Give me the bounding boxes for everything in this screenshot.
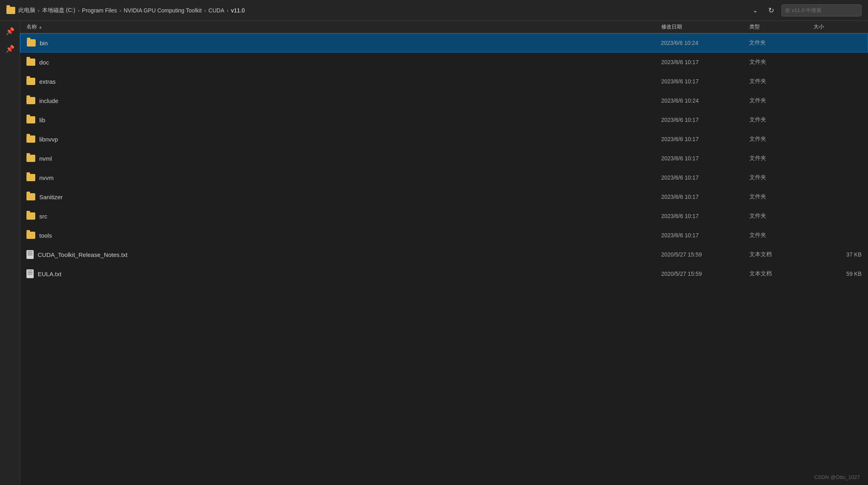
file-name: tools	[39, 232, 52, 239]
folder-icon	[26, 155, 35, 162]
folder-icon	[26, 59, 35, 66]
file-date: 2023/6/6 10:17	[661, 174, 749, 181]
file-name: doc	[39, 59, 49, 66]
folder-icon	[26, 116, 35, 123]
file-name-cell: doc	[26, 59, 661, 66]
address-bar-controls: ⌄ ↻	[749, 4, 862, 16]
file-doc-icon	[26, 269, 34, 278]
col-header-name[interactable]: 名称 ▲	[26, 23, 661, 30]
path-version[interactable]: v11.0	[231, 7, 244, 14]
table-row[interactable]: nvml 2023/6/6 10:17 文件夹	[20, 149, 868, 168]
file-size: 37 KB	[813, 251, 862, 258]
file-name-cell: EULA.txt	[26, 269, 661, 278]
file-type: 文件夹	[749, 59, 813, 66]
file-date: 2023/6/6 10:17	[661, 117, 749, 123]
file-date: 2023/6/6 10:17	[661, 59, 749, 65]
file-name: CUDA_Toolkit_Release_Notes.txt	[38, 251, 127, 258]
file-name: src	[39, 213, 47, 220]
file-name: bin	[40, 40, 48, 46]
file-date: 2023/6/6 10:24	[661, 97, 749, 104]
folder-icon	[26, 232, 35, 239]
file-date: 2023/6/6 10:17	[661, 194, 749, 200]
file-name-cell: src	[26, 212, 661, 220]
path-dropdown-button[interactable]: ⌄	[749, 5, 761, 16]
table-row[interactable]: CUDA_Toolkit_Release_Notes.txt 2020/5/27…	[20, 245, 868, 264]
folder-icon	[26, 193, 35, 200]
col-header-type[interactable]: 类型	[749, 23, 813, 30]
table-row[interactable]: tools 2023/6/6 10:17 文件夹	[20, 226, 868, 245]
table-row[interactable]: doc 2023/6/6 10:17 文件夹	[20, 53, 868, 72]
folder-icon	[26, 78, 35, 85]
file-name: Sanitizer	[39, 194, 63, 200]
file-date: 2020/5/27 15:59	[661, 271, 749, 277]
file-type: 文件夹	[749, 78, 813, 85]
file-name-cell: include	[26, 97, 661, 104]
path-local-disk[interactable]: 本地磁盘 (C:)	[42, 7, 75, 14]
folder-icon	[27, 39, 36, 46]
path-program-files[interactable]: Program Files	[82, 7, 117, 14]
folder-icon	[26, 174, 35, 181]
file-type: 文件夹	[749, 39, 813, 46]
table-row[interactable]: extras 2023/6/6 10:17 文件夹	[20, 72, 868, 91]
file-size: 59 KB	[813, 271, 862, 277]
table-row[interactable]: src 2023/6/6 10:17 文件夹	[20, 206, 868, 226]
file-rows: bin 2023/6/6 10:24 文件夹 doc 2023/6/6 10:1…	[20, 33, 868, 283]
file-date: 2023/6/6 10:24	[661, 40, 749, 46]
file-type: 文件夹	[749, 174, 813, 181]
file-name-cell: Sanitizer	[26, 193, 661, 200]
file-date: 2023/6/6 10:17	[661, 213, 749, 219]
column-headers: 名称 ▲ 修改日期 类型 大小	[20, 21, 868, 33]
col-header-date[interactable]: 修改日期	[661, 23, 749, 30]
folder-icon	[26, 135, 35, 143]
folder-icon	[26, 212, 35, 220]
file-list-container[interactable]: 名称 ▲ 修改日期 类型 大小 bin 2023/6/6 10:24	[20, 21, 868, 485]
file-name-cell: extras	[26, 78, 661, 85]
file-name: nvvm	[39, 174, 54, 181]
file-type: 文件夹	[749, 155, 813, 162]
sort-arrow-name: ▲	[38, 25, 42, 29]
file-name-cell: bin	[27, 39, 661, 46]
path-nvidia[interactable]: NVIDIA GPU Computing Toolkit	[123, 7, 202, 14]
file-date: 2023/6/6 10:17	[661, 155, 749, 162]
table-row[interactable]: bin 2023/6/6 10:24 文件夹	[20, 33, 868, 53]
file-type: 文件夹	[749, 97, 813, 104]
file-name-cell: libnvvp	[26, 135, 661, 143]
file-name-cell: nvml	[26, 155, 661, 162]
path-this-pc[interactable]: 此电脑	[18, 7, 35, 14]
file-doc-icon	[26, 250, 34, 259]
file-name: libnvvp	[39, 136, 58, 143]
table-row[interactable]: lib 2023/6/6 10:17 文件夹	[20, 110, 868, 129]
breadcrumb: 此电脑 › 本地磁盘 (C:) › Program Files › NVIDIA…	[18, 7, 746, 14]
folder-icon	[26, 97, 35, 104]
file-date: 2023/6/6 10:17	[661, 136, 749, 142]
file-name: lib	[39, 117, 45, 123]
refresh-button[interactable]: ↻	[765, 5, 777, 16]
file-type: 文件夹	[749, 135, 813, 143]
address-bar: 此电脑 › 本地磁盘 (C:) › Program Files › NVIDIA…	[0, 0, 868, 21]
sidebar-pin-2[interactable]: 📌	[3, 42, 17, 56]
file-date: 2023/6/6 10:17	[661, 232, 749, 238]
file-type: 文件夹	[749, 212, 813, 220]
file-type: 文件夹	[749, 232, 813, 239]
file-type: 文本文档	[749, 251, 813, 258]
path-cuda[interactable]: CUDA	[208, 7, 224, 14]
file-name: include	[39, 97, 59, 104]
sidebar-pin-1[interactable]: 📌	[3, 24, 17, 38]
table-row[interactable]: EULA.txt 2020/5/27 15:59 文本文档 59 KB	[20, 264, 868, 283]
col-header-size[interactable]: 大小	[813, 23, 862, 30]
file-name-cell: lib	[26, 116, 661, 123]
table-row[interactable]: nvvm 2023/6/6 10:17 文件夹	[20, 168, 868, 187]
watermark: CSDN @Otto_1027	[814, 474, 860, 480]
file-name: extras	[39, 78, 56, 85]
file-name-cell: nvvm	[26, 174, 661, 181]
table-row[interactable]: Sanitizer 2023/6/6 10:17 文件夹	[20, 187, 868, 206]
search-input[interactable]	[781, 4, 862, 16]
file-explorer-window: 此电脑 › 本地磁盘 (C:) › Program Files › NVIDIA…	[0, 0, 868, 485]
table-row[interactable]: libnvvp 2023/6/6 10:17 文件夹	[20, 129, 868, 149]
file-type: 文件夹	[749, 116, 813, 123]
file-date: 2023/6/6 10:17	[661, 78, 749, 85]
table-row[interactable]: include 2023/6/6 10:24 文件夹	[20, 91, 868, 110]
file-type: 文本文档	[749, 270, 813, 277]
file-name-cell: tools	[26, 232, 661, 239]
file-type: 文件夹	[749, 193, 813, 200]
